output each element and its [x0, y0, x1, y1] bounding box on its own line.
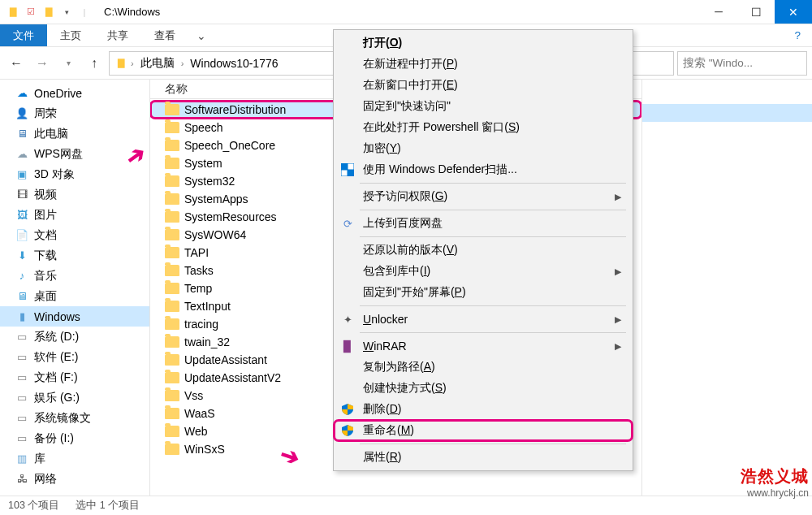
close-button[interactable]: ✕ [775, 0, 812, 24]
tree-item[interactable]: ▭系统镜像文 [0, 408, 149, 428]
tree-item[interactable]: ▮Windows [0, 306, 149, 327]
crumb-pc[interactable]: 此电脑 [137, 56, 178, 71]
back-button[interactable]: ← [5, 52, 28, 75]
menu-item[interactable]: 固定到"快速访问" [334, 96, 633, 117]
maximize-button[interactable]: ☐ [737, 0, 775, 24]
menu-item[interactable]: 使用 Windows Defender扫描... [334, 159, 633, 180]
tree-item-icon: 🎞 [15, 188, 29, 202]
folder-icon [165, 175, 179, 187]
check-icon[interactable]: ☑ [24, 6, 37, 19]
tree-item-label: Windows [34, 310, 80, 323]
tree-item-icon: ☁ [15, 86, 29, 101]
tree-item[interactable]: ♪音乐 [0, 266, 149, 286]
tree-item-label: 系统镜像文 [34, 411, 91, 426]
menu-item[interactable]: 在新窗口中打开(E) [334, 75, 633, 96]
status-selected-count: 选中 1 个项目 [76, 499, 140, 513]
minimize-button[interactable]: ─ [700, 0, 737, 24]
tree-item-icon: 🖥 [15, 289, 29, 304]
menu-separator [360, 305, 626, 306]
folder-icon: ▇ [6, 6, 19, 19]
shield-icon [340, 423, 355, 438]
help-button[interactable]: ? [783, 24, 812, 46]
menu-item-label: 固定到"开始"屏幕(P) [363, 285, 466, 300]
menu-item[interactable]: 复制为路径(A) [334, 357, 633, 378]
menu-item[interactable]: 加密(Y) [334, 138, 633, 159]
menu-item[interactable]: 重命名(M) [334, 420, 633, 441]
tree-item[interactable]: ▣3D 对象 [0, 164, 149, 184]
menu-item[interactable]: 创建快捷方式(S) [334, 378, 633, 399]
tree-item[interactable]: 🖥此电脑 [0, 123, 149, 144]
folder-icon [165, 247, 179, 258]
menu-item[interactable]: 打开(O) [334, 32, 633, 54]
dropdown-icon[interactable]: ▾ [60, 6, 73, 19]
tree-item[interactable]: ☁WPS网盘 [0, 144, 149, 164]
nav-tree[interactable]: ☁OneDrive👤周荣🖥此电脑☁WPS网盘▣3D 对象🎞视频🖼图片📄文档⬇下载… [0, 80, 150, 496]
tree-item-label: 文档 [34, 228, 57, 243]
winrar-icon: ▉ [340, 339, 355, 353]
menu-item[interactable]: ▉WinRAR▶ [334, 335, 633, 357]
menu-item[interactable]: ✦Unlocker▶ [334, 309, 633, 330]
status-bar: 103 个项目 选中 1 个项目 [0, 496, 812, 515]
tree-item-label: 文档 (F:) [34, 370, 78, 385]
tree-item[interactable]: 👤周荣 [0, 103, 149, 123]
tree-item[interactable]: 🎞视频 [0, 184, 149, 205]
recent-dropdown[interactable]: ▾ [57, 52, 80, 75]
titlebar-qat: ▇ ☑ ▇ ▾ | [0, 6, 97, 19]
menu-item[interactable]: 还原以前的版本(V) [334, 240, 633, 261]
menu-item[interactable]: 授予访问权限(G)▶ [334, 186, 633, 207]
menu-item[interactable]: 在此处打开 Powershell 窗口(S) [334, 117, 633, 138]
tree-item[interactable]: ▭软件 (E:) [0, 347, 149, 367]
file-name: TextInput [184, 300, 231, 313]
tree-item[interactable]: ▭文档 (F:) [0, 367, 149, 387]
tree-item-label: 娱乐 (G:) [34, 391, 80, 405]
tree-item-label: 此电脑 [34, 127, 68, 141]
tree-item[interactable]: ☁OneDrive [0, 83, 149, 103]
menu-item-label: 在新窗口中打开(E) [363, 78, 458, 93]
context-menu[interactable]: 打开(O)在新进程中打开(P)在新窗口中打开(E)固定到"快速访问"在此处打开 … [333, 29, 633, 471]
tree-item-icon: ▭ [15, 411, 29, 426]
up-button[interactable]: ↑ [83, 52, 106, 75]
menu-item[interactable]: 包含到库中(I)▶ [334, 261, 633, 282]
menu-item-label: 删除(D) [363, 402, 401, 417]
tree-item[interactable]: 🖧网络 [0, 469, 149, 489]
tree-item[interactable]: ▭备份 (I:) [0, 428, 149, 448]
tree-item[interactable]: 📄文档 [0, 225, 149, 245]
menu-item[interactable]: 删除(D) [334, 399, 633, 420]
tree-item-icon: 📄 [15, 228, 29, 243]
menu-item[interactable]: ⟳上传到百度网盘 [334, 213, 633, 234]
tree-item[interactable]: ⬇下载 [0, 245, 149, 266]
crumb-drive[interactable]: Windows10-1776 [187, 57, 281, 70]
tree-item[interactable]: ▭系统 (D:) [0, 327, 149, 347]
svg-rect-1 [348, 163, 354, 170]
tree-item[interactable]: ▭娱乐 (G:) [0, 387, 149, 408]
chevron-right-icon[interactable]: › [178, 58, 188, 68]
tree-item-label: 桌面 [34, 289, 57, 304]
file-name: Tasks [184, 264, 214, 277]
tree-item[interactable]: 🖥桌面 [0, 286, 149, 306]
folder-icon [165, 283, 179, 294]
file-name: SoftwareDistribution [184, 103, 286, 116]
chevron-right-icon[interactable]: › [127, 58, 137, 68]
tab-file[interactable]: 文件 [0, 24, 47, 46]
ribbon-expand-button[interactable]: ⌄ [188, 24, 214, 46]
search-input[interactable]: 搜索 "Windo... [677, 51, 807, 76]
tab-view[interactable]: 查看 [141, 24, 188, 46]
submenu-arrow-icon: ▶ [615, 266, 633, 277]
tree-item-icon: ⬇ [15, 249, 29, 263]
menu-item-label: 属性(R) [363, 450, 401, 465]
menu-item[interactable]: 固定到"开始"屏幕(P) [334, 282, 633, 303]
tree-item[interactable]: 🖼图片 [0, 205, 149, 225]
menu-item-label: 还原以前的版本(V) [363, 243, 458, 258]
menu-item[interactable]: 属性(R) [334, 447, 633, 468]
tab-home[interactable]: 主页 [47, 24, 94, 46]
tree-item[interactable]: ▥库 [0, 448, 149, 469]
status-item-count: 103 个项目 [8, 499, 59, 513]
forward-button[interactable]: → [31, 52, 54, 75]
file-name: Speech_OneCore [184, 139, 275, 152]
tree-item-icon: ▭ [15, 370, 29, 385]
menu-item[interactable]: 在新进程中打开(P) [334, 54, 633, 75]
tab-share[interactable]: 共享 [94, 24, 141, 46]
tree-item-label: 备份 (I:) [34, 431, 74, 446]
file-name: System32 [184, 175, 235, 188]
tree-item-icon: 🖥 [15, 127, 29, 141]
